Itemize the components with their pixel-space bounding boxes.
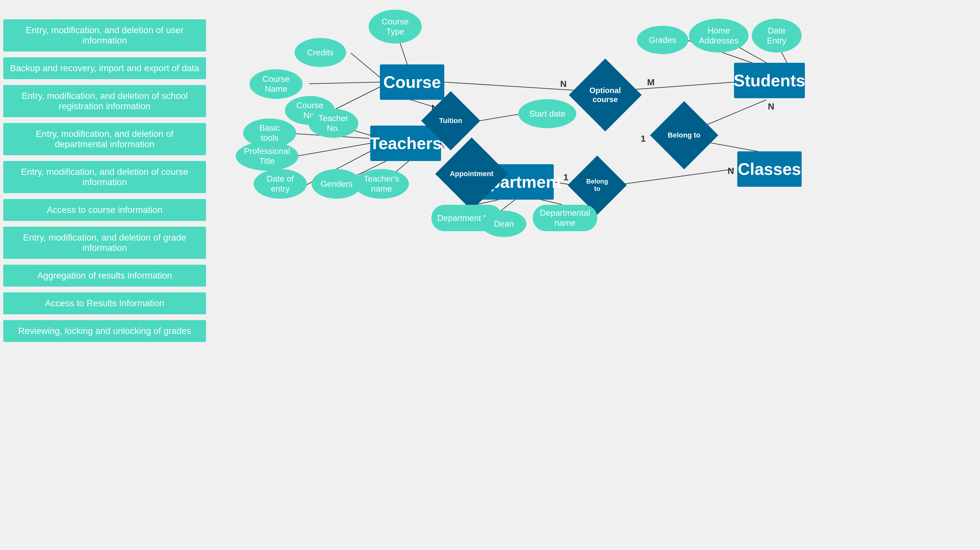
- list-item-4: Entry, modification, and deletion of cou…: [3, 161, 206, 193]
- attr-dean: Dean: [481, 210, 527, 237]
- svg-line-2: [309, 82, 380, 84]
- svg-line-31: [501, 200, 515, 211]
- attr-course-name: CourseName: [250, 69, 302, 99]
- svg-line-15: [615, 169, 734, 185]
- attr-credits: Credits: [294, 38, 346, 67]
- left-panel: Entry, modification, and deletion of use…: [0, 19, 213, 342]
- attr-start-date: Start date: [518, 99, 576, 128]
- entity-classes: Classes: [737, 151, 802, 187]
- list-item-0: Entry, modification, and deletion of use…: [3, 19, 206, 51]
- entity-course: Course: [380, 64, 444, 100]
- attr-teacher-no: TeacherNo.: [309, 109, 358, 138]
- svg-line-4: [444, 82, 573, 90]
- attr-date-of-entry: Date ofentry: [254, 169, 307, 199]
- svg-line-32: [541, 200, 562, 204]
- entity-teachers: Teachers: [370, 126, 441, 161]
- attr-departmental-name: Departmentalname: [533, 205, 597, 231]
- list-item-8: Access to Results Information: [3, 292, 206, 314]
- svg-text:M: M: [647, 77, 654, 87]
- svg-line-3: [332, 87, 380, 111]
- entity-students: Students: [734, 63, 805, 98]
- svg-line-23: [296, 143, 370, 156]
- svg-text:N: N: [728, 166, 734, 176]
- attr-date-entry: DateEntry: [752, 19, 802, 53]
- attr-course-type: CourseType: [369, 10, 422, 43]
- attr-home-addresses: HomeAddresses: [689, 19, 749, 53]
- list-item-3: Entry, modification, and deletion of dep…: [3, 123, 206, 155]
- attr-grades: Grades: [637, 26, 688, 54]
- erd-panel: N M N 1 N 1: [225, 0, 980, 550]
- list-item-2: Entry, modification, and deletion of sch…: [3, 85, 206, 117]
- svg-text:N: N: [560, 79, 566, 89]
- svg-text:1: 1: [641, 134, 646, 143]
- list-item-9: Reviewing, locking and unlocking of grad…: [3, 320, 206, 342]
- svg-line-5: [625, 82, 734, 90]
- svg-text:1: 1: [563, 172, 568, 182]
- svg-line-1: [351, 53, 380, 77]
- rel-belong-to-classes: Belong to: [650, 101, 718, 169]
- attr-teachers-name: Teacher'sname: [354, 169, 409, 199]
- attr-professional-title: ProfessionalTitle: [235, 142, 298, 171]
- svg-text:N: N: [768, 101, 774, 112]
- list-item-5: Access to course information: [3, 199, 206, 221]
- list-item-6: Entry, modification, and deletion of gra…: [3, 227, 206, 259]
- list-item-1: Backup and recovery, import and export o…: [3, 57, 206, 79]
- list-item-7: Aggregation of results information: [3, 265, 206, 287]
- rel-optional-course: Optionalcourse: [569, 59, 642, 131]
